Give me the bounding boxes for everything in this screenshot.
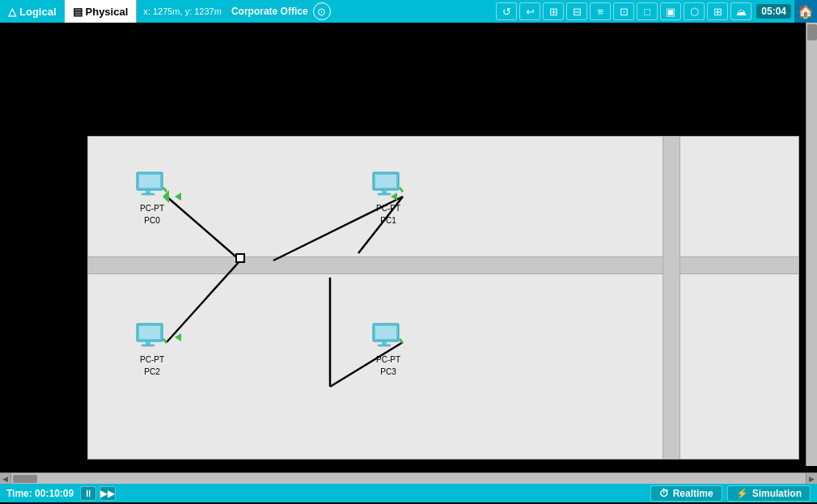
pc2-label-bottom: PC2 bbox=[144, 366, 159, 377]
image-button[interactable]: ⛰ bbox=[730, 2, 751, 20]
svg-rect-14 bbox=[142, 193, 155, 195]
pc0-node[interactable]: PC-PT PC0 bbox=[128, 171, 176, 226]
horizontal-scrollbar-thumb[interactable] bbox=[13, 475, 37, 483]
svg-rect-12 bbox=[139, 175, 160, 188]
layout-button[interactable]: ⊡ bbox=[613, 2, 634, 20]
svg-rect-29 bbox=[378, 345, 391, 346]
svg-rect-24 bbox=[142, 345, 155, 346]
tiles-button[interactable]: ⊞ bbox=[707, 2, 728, 20]
svg-rect-22 bbox=[139, 326, 160, 339]
svg-rect-27 bbox=[375, 326, 396, 339]
physical-tab-icon: ▤ bbox=[73, 6, 83, 18]
svg-rect-13 bbox=[146, 190, 150, 193]
svg-rect-23 bbox=[146, 341, 150, 345]
status-time: Time: 00:10:09 bbox=[6, 488, 74, 499]
pc0-label-top: PC-PT bbox=[140, 203, 164, 214]
pc0-label-bottom: PC0 bbox=[144, 215, 159, 226]
toolbar: △ Logical ▤ Physical x: 1275m, y: 1237m … bbox=[0, 0, 817, 23]
pc2-icon bbox=[133, 322, 171, 353]
room-divider-horizontal bbox=[88, 256, 798, 274]
pc2-label-top: PC-PT bbox=[140, 354, 164, 365]
box-button[interactable]: □ bbox=[637, 2, 658, 20]
table-button[interactable]: ⊟ bbox=[566, 2, 587, 20]
home-button[interactable]: 🏠 bbox=[794, 0, 817, 23]
statusbar: Time: 00:10:09 ⏸ ▶▶ ⏱ Realtime ⚡ Simulat… bbox=[0, 484, 817, 502]
svg-marker-20 bbox=[399, 187, 404, 193]
pc3-label-top: PC-PT bbox=[376, 354, 400, 365]
svg-marker-25 bbox=[163, 338, 167, 344]
logical-tab-label: Logical bbox=[19, 6, 57, 18]
pc1-label-top: PC-PT bbox=[376, 203, 400, 214]
svg-rect-18 bbox=[382, 190, 387, 193]
tab-logical[interactable]: △ Logical bbox=[0, 0, 65, 23]
simulation-label: Simulation bbox=[752, 488, 802, 499]
physical-tab-label: Physical bbox=[86, 6, 129, 18]
play-button[interactable]: ▶▶ bbox=[99, 486, 116, 501]
location-label: Corporate Office bbox=[228, 6, 311, 17]
room-container bbox=[87, 136, 799, 460]
logical-tab-icon: △ bbox=[8, 6, 16, 18]
realtime-mode-button[interactable]: ⏱ Realtime bbox=[650, 485, 722, 502]
main-canvas: PC-PT PC0 PC-PT PC1 PC-PT bbox=[0, 23, 817, 472]
pc1-label-bottom: PC1 bbox=[380, 215, 396, 226]
switch-node[interactable] bbox=[235, 253, 245, 263]
scroll-left-arrow[interactable]: ◀ bbox=[0, 473, 11, 485]
pc3-label-bottom: PC3 bbox=[380, 366, 396, 377]
vertical-scrollbar-thumb[interactable] bbox=[807, 24, 817, 40]
svg-marker-30 bbox=[399, 338, 404, 344]
toolbar-icons: ↺ ↩ ⊞ ⊟ ≡ ⊡ □ ▣ ⬡ ⊞ ⛰ bbox=[496, 2, 756, 20]
svg-rect-28 bbox=[382, 341, 387, 345]
simulation-icon: ⚡ bbox=[736, 488, 748, 499]
pause-button[interactable]: ⏸ bbox=[80, 486, 96, 501]
undo-button[interactable]: ↩ bbox=[519, 2, 540, 20]
pc0-icon bbox=[133, 171, 171, 201]
pc3-node[interactable]: PC-PT PC3 bbox=[364, 322, 413, 377]
location-button[interactable]: ⊙ bbox=[313, 2, 331, 20]
svg-rect-19 bbox=[378, 193, 391, 195]
room-divider-vertical bbox=[662, 137, 680, 459]
svg-marker-15 bbox=[163, 187, 167, 193]
svg-rect-17 bbox=[375, 175, 396, 188]
pc1-node[interactable]: PC-PT PC1 bbox=[364, 171, 413, 226]
pc1-icon bbox=[370, 171, 407, 201]
scroll-right-arrow[interactable]: ▶ bbox=[806, 473, 817, 485]
time-display: 05:04 bbox=[756, 4, 791, 19]
device-button[interactable]: ▣ bbox=[660, 2, 681, 20]
list-button[interactable]: ≡ bbox=[590, 2, 611, 20]
network-button[interactable]: ⬡ bbox=[684, 2, 705, 20]
vertical-scrollbar[interactable] bbox=[806, 23, 817, 466]
grid-button[interactable]: ⊞ bbox=[543, 2, 564, 20]
workspace[interactable]: PC-PT PC0 PC-PT PC1 PC-PT bbox=[0, 23, 806, 466]
tab-physical[interactable]: ▤ Physical bbox=[65, 0, 138, 23]
horizontal-scrollbar[interactable]: ◀ ▶ bbox=[0, 472, 817, 484]
coordinates-display: x: 1275m, y: 1237m bbox=[137, 6, 228, 16]
clock-icon: ⏱ bbox=[659, 488, 669, 499]
pc3-icon bbox=[370, 322, 407, 353]
pc2-node[interactable]: PC-PT PC2 bbox=[128, 322, 176, 377]
rotate-button[interactable]: ↺ bbox=[496, 2, 517, 20]
realtime-label: Realtime bbox=[673, 488, 713, 499]
simulation-mode-button[interactable]: ⚡ Simulation bbox=[727, 485, 811, 502]
